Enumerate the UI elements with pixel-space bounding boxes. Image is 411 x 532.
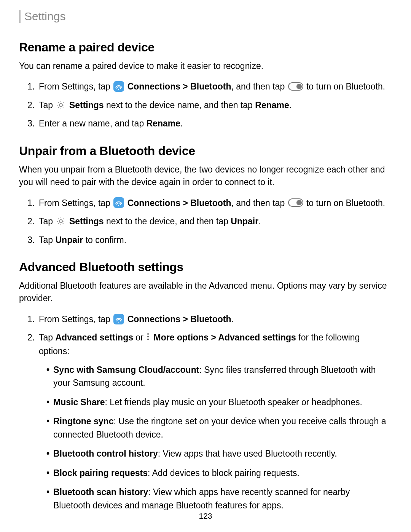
text: next to the device, and then tap xyxy=(104,216,231,226)
text: , and then tap xyxy=(231,81,287,91)
text: Tap xyxy=(39,216,55,226)
toggle-icon xyxy=(288,82,303,91)
step-item: From Settings, tap Connections > Bluetoo… xyxy=(39,313,388,326)
bullet-item: Ringtone sync: Use the ringtone set on y… xyxy=(46,415,388,441)
svg-point-1 xyxy=(59,104,62,107)
connections-icon xyxy=(113,314,124,324)
steps-advanced: From Settings, tap Connections > Bluetoo… xyxy=(19,313,388,512)
text-bold: Connections xyxy=(127,198,180,208)
text: Tap xyxy=(39,235,55,245)
text: Enter a new name, and tap xyxy=(39,118,147,128)
text: to turn on Bluetooth. xyxy=(304,81,386,91)
text-bold: Advanced settings xyxy=(218,332,296,342)
svg-point-3 xyxy=(59,220,62,223)
text-bold: Rename xyxy=(255,100,289,110)
bullet-item: Music Share: Let friends play music on y… xyxy=(46,396,388,409)
text-bold: Advanced settings xyxy=(55,332,133,342)
text-bold: Bluetooth xyxy=(190,314,231,324)
text: . xyxy=(180,118,183,128)
bullet-item: Sync with Samsung Cloud/account: Sync fi… xyxy=(46,363,388,390)
text: . xyxy=(258,216,261,226)
bullet-item: Block pairing requests: Add devices to b… xyxy=(46,466,388,480)
step-item: Tap Settings next to the device name, an… xyxy=(39,99,388,112)
steps-unpair: From Settings, tap Connections > Bluetoo… xyxy=(19,197,388,247)
step-item: From Settings, tap Connections > Bluetoo… xyxy=(39,80,388,93)
text: From Settings, tap xyxy=(39,198,113,208)
text-bold: > xyxy=(209,332,218,342)
text: or xyxy=(133,332,146,342)
text: From Settings, tap xyxy=(39,314,113,324)
step-item: From Settings, tap Connections > Bluetoo… xyxy=(39,197,388,210)
steps-rename: From Settings, tap Connections > Bluetoo… xyxy=(19,80,388,130)
text: From Settings, tap xyxy=(39,81,113,91)
svg-point-4 xyxy=(118,321,119,322)
gear-icon xyxy=(56,100,66,110)
intro-rename: You can rename a paired device to make i… xyxy=(19,60,388,72)
text-bold: Settings xyxy=(69,100,104,110)
svg-point-0 xyxy=(118,89,119,90)
header-title: Settings xyxy=(24,10,65,22)
svg-point-2 xyxy=(118,205,119,206)
text-bold: > xyxy=(180,314,190,324)
connections-icon xyxy=(113,197,124,208)
page-number: 123 xyxy=(0,511,411,521)
text-bold: Ringtone sync xyxy=(53,416,113,426)
svg-point-6 xyxy=(147,336,149,337)
text: . xyxy=(289,100,292,110)
text-bold: Rename xyxy=(147,118,180,128)
svg-point-5 xyxy=(147,333,149,335)
step-item: Enter a new name, and tap Rename. xyxy=(39,117,388,130)
text-bold: Settings xyxy=(69,216,104,226)
text-bold: Bluetooth scan history xyxy=(53,487,148,497)
text: Tap xyxy=(39,100,55,110)
text-bold: Music Share xyxy=(53,397,105,407)
text-bold: Bluetooth xyxy=(190,198,231,208)
text-bold: Block pairing requests xyxy=(53,468,148,478)
advanced-bullets: Sync with Samsung Cloud/account: Sync fi… xyxy=(39,363,388,512)
section-heading-rename: Rename a paired device xyxy=(19,40,388,54)
text-bold: Sync with Samsung Cloud/account xyxy=(53,365,199,375)
text: , and then tap xyxy=(231,198,287,208)
intro-unpair: When you unpair from a Bluetooth device,… xyxy=(19,163,388,189)
connections-icon xyxy=(113,81,124,92)
text: : View apps that have used Bluetooth rec… xyxy=(158,449,337,459)
text-bold: Unpair xyxy=(55,235,83,245)
text-bold: Bluetooth control history xyxy=(53,449,158,459)
text: . xyxy=(231,314,234,324)
text-bold: Connections xyxy=(127,81,180,91)
step-item: Tap Settings next to the device, and the… xyxy=(39,215,388,228)
section-heading-unpair: Unpair from a Bluetooth device xyxy=(19,144,388,158)
text: : Let friends play music on your Bluetoo… xyxy=(105,397,362,407)
bullet-item: Bluetooth control history: View apps tha… xyxy=(46,447,388,460)
section-heading-advanced: Advanced Bluetooth settings xyxy=(19,260,388,274)
text: to confirm. xyxy=(83,235,126,245)
text: next to the device name, and then tap xyxy=(104,100,255,110)
gear-icon xyxy=(56,216,66,226)
toggle-icon xyxy=(288,198,303,207)
text-bold: Connections xyxy=(127,314,180,324)
page-header: Settings xyxy=(19,10,388,23)
text: : Add devices to block pairing requests. xyxy=(148,468,299,478)
intro-advanced: Additional Bluetooth features are availa… xyxy=(19,280,388,305)
step-item: Tap Advanced settings or More options > … xyxy=(39,331,388,512)
text: Tap xyxy=(39,332,55,342)
text-bold: > xyxy=(180,81,190,91)
more-options-icon xyxy=(147,331,150,345)
svg-point-7 xyxy=(147,339,149,340)
text-bold: More options xyxy=(154,332,209,342)
text: to turn on Bluetooth. xyxy=(304,198,386,208)
text-bold: Unpair xyxy=(231,216,258,226)
bullet-item: Bluetooth scan history: View which apps … xyxy=(46,486,388,512)
text-bold: > xyxy=(180,198,190,208)
step-item: Tap Unpair to confirm. xyxy=(39,233,388,247)
text-bold: Bluetooth xyxy=(190,81,231,91)
